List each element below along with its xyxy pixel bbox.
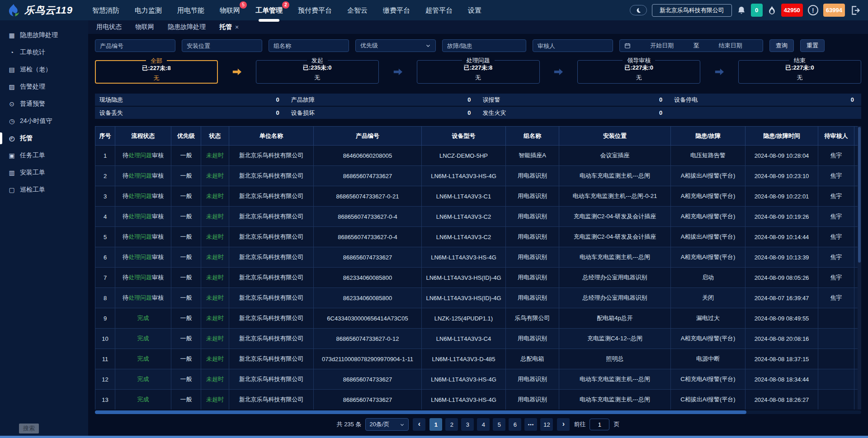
table-row[interactable]: 7 待处理问题审核 一般 未超时 新北京乐鸟科技有限公司 86233406008… [95,268,862,288]
page-button[interactable]: 2 [445,418,458,431]
sidebar-item[interactable]: ◴ 托管 [0,130,88,147]
table-row[interactable]: 13 完成 一般 未超时 新北京乐鸟科技有限公司 868656074733627… [95,390,862,410]
cell-auditor [818,369,854,390]
table-row[interactable]: 11 完成 一般 未超时 新北京乐鸟科技有限公司 073d21100080782… [95,349,862,369]
page-button[interactable]: 5 [493,418,505,431]
nav-item[interactable]: 预付费平台 [290,0,340,20]
alarm-count-badge[interactable]: 42950 [781,4,803,17]
table-row[interactable]: 8 待处理问题审核 一般 未超时 新北京乐鸟科技有限公司 86233406008… [95,288,862,308]
flow-status-card[interactable]: 全部 已:227未:8 无 [95,60,218,84]
nav-item[interactable]: 用电节能 [170,0,212,20]
tab[interactable]: 托管 × [219,23,239,31]
table-row[interactable]: 9 完成 一般 未超时 新北京乐鸟科技有限公司 6C43340300006564… [95,308,862,329]
warning-count-badge[interactable]: 63994 [823,4,845,17]
table-row[interactable]: 3 待处理问题审核 一般 未超时 新北京乐鸟科技有限公司 86865607473… [95,186,862,207]
next-page-button[interactable]: › [557,418,570,431]
logo[interactable]: 乐鸟云119 [6,3,73,18]
nav-item[interactable]: 缴费平台 [375,0,418,20]
sidebar-item[interactable]: ▥ 安装工单 [0,164,88,181]
table-row[interactable]: 1 待处理问题审核 一般 未超时 新北京乐鸟科技有限公司 86460606020… [95,146,862,166]
page-button[interactable]: 4 [477,418,490,431]
nav-item[interactable]: 工单管理 2 [248,0,290,20]
tab[interactable]: 隐患故障处理 [168,23,206,31]
cell-auditor: 焦宇 [818,166,854,186]
flow-arrow-icon [218,67,256,77]
sidebar-item[interactable]: ▢ 巡检工单 [0,181,88,198]
page-button[interactable]: 1 [429,418,442,431]
horizontal-scrollbar-track[interactable] [95,410,861,414]
page-button[interactable]: 6 [509,418,521,431]
nav-item[interactable]: 物联网 5 [212,0,248,20]
group-name-input[interactable] [269,39,349,52]
sidebar-item-label: 工单统计 [20,48,45,57]
cell-flow-status: 完成 [115,369,171,390]
flow-status-card[interactable]: 发起 已:235未:0 无 [256,60,379,84]
install-location-input[interactable] [182,39,262,52]
reset-button[interactable]: 重置 [800,39,825,52]
sidebar-item[interactable]: ▦ 隐患故障处理 [0,27,88,44]
fault-hazard-input[interactable] [442,39,526,52]
table-row[interactable]: 6 待处理问题审核 一般 未超时 新北京乐鸟科技有限公司 86865607473… [95,247,862,268]
sidebar-item-label: 告警处理 [20,83,45,91]
nav-item[interactable]: 电力监测 [127,0,170,20]
goto-page-input[interactable] [590,419,609,430]
nav-item[interactable]: 设置 [460,0,489,20]
cell-index: 12 [95,369,115,390]
sidebar-item[interactable]: ▤ 巡检（老） [0,61,88,78]
page-button[interactable]: 12 [540,418,553,431]
stat-label: 现场隐患 [99,96,123,104]
calendar-icon [624,42,631,49]
product-number-input[interactable] [95,39,175,52]
vertical-scrollbar[interactable] [858,126,861,410]
horizontal-scrollbar-thumb[interactable] [95,410,746,414]
cell-flow-status: 待处理问题审核 [115,268,171,288]
sidebar-item[interactable]: ◷ 24小时值守 [0,113,88,130]
table-row[interactable]: 12 完成 一般 未超时 新北京乐鸟科技有限公司 868656074733627… [95,369,862,390]
sidebar-item[interactable]: ⊙ 普通预警 [0,95,88,113]
logout-icon[interactable] [850,5,862,16]
flame-icon[interactable] [768,5,776,15]
cell-fault: A相充电AI报警(平台) [671,186,745,207]
dark-mode-toggle[interactable] [630,5,647,15]
close-icon[interactable]: × [235,24,239,31]
sidebar-item[interactable]: ▣ 任务工单 [0,147,88,164]
flow-card-title: 发起 [307,57,328,65]
nav-item[interactable]: 超管平台 [418,0,460,20]
page-button[interactable]: 3 [461,418,474,431]
nav-item-label: 工单管理 [255,6,283,14]
page-button[interactable]: ••• [524,418,537,431]
page-scrollbar[interactable] [0,436,868,438]
nav-item[interactable]: 企智云 [340,0,375,20]
table-row[interactable]: 10 完成 一般 未超时 新北京乐鸟科技有限公司 868656074733627… [95,329,862,349]
flow-status-card[interactable]: 处理问题 已:227未:8 无 [417,60,540,84]
sidebar-item[interactable]: ▨ 告警处理 [0,78,88,95]
exclamation-icon[interactable]: ! [808,5,818,15]
cell-group-name: 用电器识别 [506,186,559,207]
nav-item[interactable]: 智慧消防 [85,0,127,20]
page-size-select[interactable]: 20条/页 [365,418,409,431]
prev-page-button[interactable]: ‹ [413,418,425,431]
tab[interactable]: 用电状态 [96,23,122,31]
flow-status-card[interactable]: 领导审核 已:227未:0 无 [577,60,700,84]
auditor-input[interactable] [533,39,613,52]
cell-priority: 一般 [171,390,201,410]
statistics: 现场隐患 0 产品故障 0 误报警 0 设备停电 0 [95,94,861,120]
date-range-picker[interactable]: 开始日期 至 结束日期 [619,39,763,52]
end-date[interactable]: 结束日期 [703,42,759,50]
bell-icon[interactable] [737,6,746,15]
sidebar-item[interactable]: ◔ 工单统计 [0,44,88,61]
company-selector[interactable]: 新北京乐鸟科技有限公司 [652,4,732,17]
table-row[interactable]: 5 待处理问题审核 一般 未超时 新北京乐鸟科技有限公司 86865607473… [95,227,862,247]
search-button[interactable]: 查询 [769,39,794,52]
start-date[interactable]: 开始日期 [634,42,690,50]
table-row[interactable]: 2 待处理问题审核 一般 未超时 新北京乐鸟科技有限公司 86865607473… [95,166,862,186]
flow-status-card[interactable]: 结束 已:227未:0 无 [738,60,861,84]
bell-count-badge[interactable]: 0 [751,4,763,17]
table-row[interactable]: 4 待处理问题审核 一般 未超时 新北京乐鸟科技有限公司 86865607473… [95,207,862,227]
cell-device-model: LN6M-L1T4A3V3-HS-4G [422,166,506,186]
page-size-value: 20条/页 [369,420,389,429]
cell-flow-status: 完成 [115,349,171,369]
priority-select[interactable]: 优先级 [355,39,436,52]
tab[interactable]: 物联网 [135,23,154,31]
cell-device-model: LN6M-L1T4A3V3-HS(ID)-4G [422,288,506,308]
